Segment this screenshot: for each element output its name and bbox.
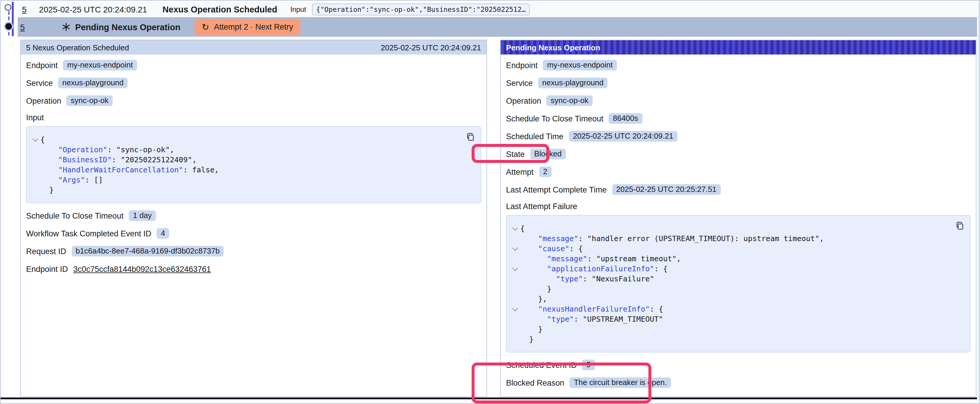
collapse-chevron-icon bbox=[511, 284, 520, 294]
collapse-chevron-icon bbox=[511, 253, 520, 264]
state-annotation-highlight bbox=[472, 144, 549, 163]
field-label: Request ID bbox=[26, 247, 66, 256]
json-text bbox=[520, 274, 556, 283]
json-text bbox=[520, 315, 547, 323]
event-title: Nexus Operation Scheduled bbox=[162, 5, 277, 14]
field-label: Scheduled Time bbox=[506, 132, 563, 141]
collapse-chevron-icon[interactable] bbox=[511, 244, 520, 253]
json-text bbox=[520, 234, 538, 243]
json-text: : "upstream timeout", bbox=[587, 254, 681, 263]
scheduled-panel-title: 5 Nexus Operation Scheduled bbox=[26, 43, 129, 52]
json-text: : { bbox=[654, 264, 668, 273]
json-text bbox=[40, 155, 58, 164]
field-label: Endpoint bbox=[506, 61, 538, 70]
field-value-badge: b1c6a4bc-8ee7-468a-9169-df3b02c8737b bbox=[72, 246, 224, 257]
json-text: : "NexusFailure" bbox=[583, 274, 654, 283]
pending-title: Pending Nexus Operation bbox=[75, 22, 181, 32]
pending-operation-panel: Pending Nexus Operation Endpoint my-nexu… bbox=[500, 40, 977, 397]
field-row-schedule-to-close: Schedule To Close Timeout 86400s bbox=[506, 113, 970, 124]
json-text bbox=[40, 165, 58, 174]
field-value-badge: 86400s bbox=[609, 113, 642, 124]
event-row-scheduled[interactable]: 5 2025-02-25 UTC 20:24:09.21 Nexus Opera… bbox=[18, 2, 977, 17]
failure-json-block: { "message": "handler error (UPSTREAM_TI… bbox=[506, 215, 970, 352]
json-text: } bbox=[40, 185, 54, 194]
event-input-label: Input bbox=[290, 5, 306, 13]
field-value-badge: 4 bbox=[157, 228, 169, 239]
collapse-chevron-icon[interactable] bbox=[511, 223, 520, 233]
json-key: "cause" bbox=[538, 244, 569, 253]
field-row-endpoint: Endpoint my-nexus-endpoint bbox=[26, 60, 481, 70]
attempt-retry-badge: ↻ Attempt 2 · Next Retry bbox=[194, 19, 300, 35]
field-row-service: Service nexus-playground bbox=[506, 78, 970, 88]
field-value-badge: 2025-02-25 UTC 20:25:27.51 bbox=[612, 184, 721, 195]
collapse-chevron-icon bbox=[32, 155, 40, 165]
event-id-link[interactable]: 5 bbox=[22, 5, 27, 14]
field-label: Attempt bbox=[506, 167, 534, 176]
field-row-last-attempt-complete-time: Last Attempt Complete Time 2025-02-25 UT… bbox=[506, 184, 970, 195]
json-text: } bbox=[520, 284, 551, 293]
field-value-badge: 2 bbox=[539, 166, 551, 177]
json-text: : false, bbox=[183, 165, 219, 174]
json-key: "Operation" bbox=[58, 145, 107, 154]
pending-panel-header: Pending Nexus Operation bbox=[501, 40, 976, 54]
collapse-chevron-icon[interactable] bbox=[32, 135, 40, 144]
field-row-endpoint: Endpoint my-nexus-endpoint bbox=[506, 60, 970, 70]
json-text bbox=[40, 175, 58, 184]
json-text: { bbox=[40, 135, 45, 144]
field-row-state: State Blocked bbox=[506, 149, 970, 159]
json-key: "message" bbox=[547, 254, 587, 263]
event-row-pending-selected[interactable]: 5 Pending Nexus Operation ↻ Attempt 2 · … bbox=[18, 17, 977, 37]
json-text bbox=[40, 145, 58, 154]
field-label: Operation bbox=[26, 96, 61, 105]
collapse-chevron-icon bbox=[511, 334, 520, 344]
json-text: : { bbox=[650, 304, 663, 314]
field-row-operation: Operation sync-op-ok bbox=[26, 95, 481, 106]
json-key: "type" bbox=[547, 315, 574, 323]
json-text bbox=[520, 264, 547, 273]
collapse-chevron-icon[interactable] bbox=[511, 304, 520, 314]
window-scrollbar-track[interactable] bbox=[978, 2, 979, 401]
json-text: { bbox=[520, 224, 525, 233]
field-label: Endpoint bbox=[26, 61, 58, 70]
field-row-scheduled-time: Scheduled Time 2025-02-25 UTC 20:24:09.2… bbox=[506, 131, 970, 142]
json-text: } bbox=[520, 335, 534, 344]
field-label: Service bbox=[26, 79, 53, 87]
collapse-chevron-icon bbox=[32, 175, 40, 185]
scheduled-panel-timestamp: 2025-02-25 UTC 20:24:09.21 bbox=[381, 43, 481, 52]
event-history-detail-view: 5 2025-02-25 UTC 20:24:09.21 Nexus Opera… bbox=[0, 0, 980, 404]
field-value-badge: sync-op-ok bbox=[547, 95, 593, 106]
copy-icon[interactable] bbox=[466, 132, 475, 142]
json-text: } bbox=[520, 325, 542, 334]
pending-event-id-link[interactable]: 5 bbox=[20, 22, 25, 32]
collapse-chevron-icon[interactable] bbox=[511, 264, 520, 274]
json-key: "applicationFailureInfo" bbox=[547, 264, 654, 273]
json-text: : { bbox=[570, 244, 583, 253]
json-key: "HandlerWaitForCancellation" bbox=[58, 165, 183, 174]
json-text: : "sync-op-ok", bbox=[107, 145, 174, 154]
field-row-endpoint-id: Endpoint ID 3c0c75ccfa8144b092c13ce63246… bbox=[26, 264, 481, 274]
event-input-preview[interactable]: {"Operation":"sync-op-ok","BusinessID":"… bbox=[312, 3, 530, 15]
collapse-chevron-icon bbox=[511, 314, 520, 324]
field-value-badge: 1 day bbox=[129, 210, 156, 221]
pending-panel-title: Pending Nexus Operation bbox=[506, 43, 600, 52]
collapse-chevron-icon bbox=[511, 294, 520, 304]
endpoint-id-link[interactable]: 3c0c75ccfa8144b092c13ce632463761 bbox=[73, 265, 211, 273]
copy-icon[interactable] bbox=[955, 221, 964, 230]
field-label: Endpoint ID bbox=[26, 265, 68, 273]
json-text: : "UPSTREAM_TIMEOUT" bbox=[574, 315, 663, 323]
field-label: Service bbox=[506, 79, 533, 87]
field-value-badge: nexus-playground bbox=[58, 78, 128, 88]
json-text: : "handler error (UPSTREAM_TIMEOUT): ups… bbox=[578, 234, 824, 243]
collapse-chevron-icon bbox=[32, 144, 40, 155]
collapse-chevron-icon bbox=[511, 324, 520, 334]
field-label: Workflow Task Completed Event ID bbox=[26, 229, 151, 238]
pending-asterisk-icon bbox=[62, 22, 71, 32]
input-json-block: { "Operation": "sync-op-ok", "BusinessID… bbox=[26, 126, 481, 203]
scheduled-panel-header: 5 Nexus Operation Scheduled 2025-02-25 U… bbox=[21, 40, 487, 54]
field-label: Last Attempt Complete Time bbox=[506, 185, 606, 194]
field-value-badge: 2025-02-25 UTC 20:24:09.21 bbox=[569, 131, 678, 142]
last-attempt-failure-label: Last Attempt Failure bbox=[506, 202, 970, 211]
collapse-chevron-icon bbox=[511, 233, 520, 244]
timeline-open-circle-icon bbox=[5, 4, 11, 11]
json-text bbox=[520, 254, 547, 263]
